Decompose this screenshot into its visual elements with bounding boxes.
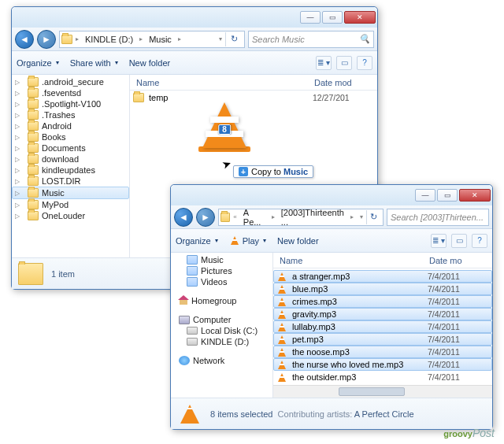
expand-icon[interactable]: ▷ xyxy=(15,156,20,163)
chevron-right-icon[interactable]: ▸ xyxy=(270,213,276,220)
preview-pane-button[interactable]: ▭ xyxy=(336,56,352,70)
file-row[interactable]: the noose.mp37/4/2011 xyxy=(273,346,492,358)
new-folder-button[interactable]: New folder xyxy=(277,236,319,246)
history-dropdown-icon[interactable]: ▾ xyxy=(217,35,224,43)
scroll-thumb[interactable] xyxy=(339,387,404,396)
expand-icon[interactable]: ▷ xyxy=(15,123,20,130)
folder-icon xyxy=(28,165,39,175)
file-row[interactable]: crimes.mp37/4/2011 xyxy=(273,295,492,308)
refresh-button[interactable]: ↻ xyxy=(366,210,381,224)
breadcrumb-segment[interactable]: [2003]Thirteenth ... xyxy=(278,210,347,224)
forward-button[interactable]: ► xyxy=(196,208,215,227)
history-dropdown-icon[interactable]: ▾ xyxy=(358,213,365,220)
back-button[interactable]: ◄ xyxy=(174,208,193,227)
organize-menu[interactable]: Organize▾ xyxy=(176,236,220,246)
search-input[interactable]: Search Music 🔍 xyxy=(248,31,374,48)
explorer-window-album[interactable]: — ▭ ✕ ◄ ► « A Pe... ▸ [2003]Thirteenth .… xyxy=(170,184,493,430)
organize-menu[interactable]: Organize▾ xyxy=(17,58,61,68)
file-row[interactable]: temp12/27/201 xyxy=(130,92,377,103)
new-folder-button[interactable]: New folder xyxy=(129,58,171,68)
content-pane[interactable]: Name Date mo a stranger.mp37/4/2011blue.… xyxy=(273,253,492,398)
view-options-button[interactable]: ≣ ▾ xyxy=(431,234,447,248)
play-button[interactable]: Play▾ xyxy=(229,235,268,246)
navigation-pane[interactable]: MusicPicturesVideosHomegroupComputerLoca… xyxy=(171,253,273,398)
forward-button[interactable]: ► xyxy=(37,30,56,49)
column-headers[interactable]: Name Date mod xyxy=(130,75,377,91)
column-date[interactable]: Date mod xyxy=(314,78,377,87)
tree-item[interactable]: ▷Documents xyxy=(12,142,129,154)
close-button[interactable]: ✕ xyxy=(344,11,376,24)
horizontal-scrollbar[interactable] xyxy=(273,385,492,398)
tree-item[interactable]: ▷download xyxy=(12,154,129,165)
expand-icon[interactable]: ▷ xyxy=(15,101,20,108)
maximize-button[interactable]: ▭ xyxy=(322,11,343,24)
column-name[interactable]: Name xyxy=(130,78,314,87)
minimize-button[interactable]: — xyxy=(415,189,435,202)
nav-drive-item[interactable]: KINDLE (D:) xyxy=(171,336,272,347)
expand-icon[interactable]: ▷ xyxy=(15,134,20,141)
tree-item[interactable]: ▷MyPod xyxy=(12,199,129,210)
nav-library-item[interactable]: Music xyxy=(171,254,272,265)
expand-icon[interactable]: ▷ xyxy=(15,190,20,197)
back-button[interactable]: ◄ xyxy=(15,30,34,49)
expand-icon[interactable]: ▷ xyxy=(15,79,20,86)
close-button[interactable]: ✕ xyxy=(459,189,491,202)
expand-icon[interactable]: ▷ xyxy=(15,167,20,174)
nav-computer[interactable]: Computer xyxy=(171,314,272,325)
tree-item[interactable]: ▷.Trashes xyxy=(12,109,129,120)
tree-item[interactable]: ▷Android xyxy=(12,120,129,131)
view-options-button[interactable]: ≣ ▾ xyxy=(316,56,332,70)
file-row[interactable]: lullaby.mp37/4/2011 xyxy=(273,320,492,333)
column-name[interactable]: Name xyxy=(273,256,429,265)
refresh-button[interactable]: ↻ xyxy=(225,32,243,46)
expand-icon[interactable]: ▷ xyxy=(15,112,20,119)
minimize-button[interactable]: — xyxy=(300,11,321,24)
maximize-button[interactable]: ▭ xyxy=(437,189,458,202)
address-bar[interactable]: ▸ KINDLE (D:) ▸ Music ▸ ▾ ↻ xyxy=(59,31,245,48)
file-row[interactable]: the nurse who loved me.mp37/4/2011 xyxy=(273,358,492,371)
breadcrumb-segment[interactable]: A Pe... xyxy=(240,210,269,224)
chevron-right-icon[interactable]: ▸ xyxy=(138,35,144,43)
address-bar[interactable]: « A Pe... ▸ [2003]Thirteenth ... ▸ ▾ ↻ xyxy=(218,209,384,226)
expand-icon[interactable]: ▷ xyxy=(15,178,20,185)
tree-item[interactable]: ▷LOST.DIR xyxy=(12,176,129,187)
nav-homegroup[interactable]: Homegroup xyxy=(171,295,272,306)
titlebar[interactable]: — ▭ ✕ xyxy=(171,185,492,205)
tree-item[interactable]: ▷OneLouder xyxy=(12,210,129,221)
search-input[interactable]: Search [2003]Thirteen... xyxy=(387,209,489,226)
expand-icon[interactable]: ▷ xyxy=(15,145,20,152)
nav-library-item[interactable]: Pictures xyxy=(171,265,272,276)
chevron-right-icon[interactable]: ▸ xyxy=(349,213,355,220)
breadcrumb-segment[interactable]: Music xyxy=(146,32,175,46)
tree-item[interactable]: ▷.fseventsd xyxy=(12,87,129,98)
share-with-menu[interactable]: Share with▾ xyxy=(70,58,120,68)
tree-item[interactable]: ▷Music xyxy=(12,187,129,199)
nav-drive-item[interactable]: Local Disk (C:) xyxy=(171,325,272,336)
file-row[interactable]: blue.mp37/4/2011 xyxy=(273,283,492,295)
file-row[interactable]: a stranger.mp37/4/2011 xyxy=(273,270,492,283)
chevron-right-icon[interactable]: ▸ xyxy=(176,35,183,43)
titlebar[interactable]: — ▭ ✕ xyxy=(12,7,377,28)
chevron-right-icon[interactable]: ▸ xyxy=(74,35,80,43)
expand-icon[interactable]: ▷ xyxy=(15,213,20,220)
column-headers[interactable]: Name Date mo xyxy=(273,253,492,268)
expand-icon[interactable]: ▷ xyxy=(15,90,20,97)
preview-pane-button[interactable]: ▭ xyxy=(451,234,467,248)
folder-tree[interactable]: ▷.android_secure▷.fseventsd▷.Spotlight-V… xyxy=(12,75,130,257)
nav-network[interactable]: Network xyxy=(171,355,272,366)
expand-icon[interactable]: ▷ xyxy=(15,202,20,209)
column-date[interactable]: Date mo xyxy=(429,256,492,265)
file-row[interactable]: pet.mp37/4/2011 xyxy=(273,333,492,346)
tree-item[interactable]: ▷kindleupdates xyxy=(12,165,129,176)
file-row[interactable]: gravity.mp37/4/2011 xyxy=(273,308,492,320)
library-icon xyxy=(187,255,198,265)
breadcrumb-segment[interactable]: KINDLE (D:) xyxy=(82,32,136,46)
tree-item[interactable]: ▷.android_secure xyxy=(12,76,129,87)
help-button[interactable]: ? xyxy=(472,234,487,248)
nav-library-item[interactable]: Videos xyxy=(171,276,272,287)
tree-item[interactable]: ▷Books xyxy=(12,131,129,142)
chevron-left-icon[interactable]: « xyxy=(232,213,238,220)
tree-item[interactable]: ▷.Spotlight-V100 xyxy=(12,98,129,109)
file-row[interactable]: the outsider.mp37/4/2011 xyxy=(273,371,492,383)
help-button[interactable]: ? xyxy=(357,56,372,70)
